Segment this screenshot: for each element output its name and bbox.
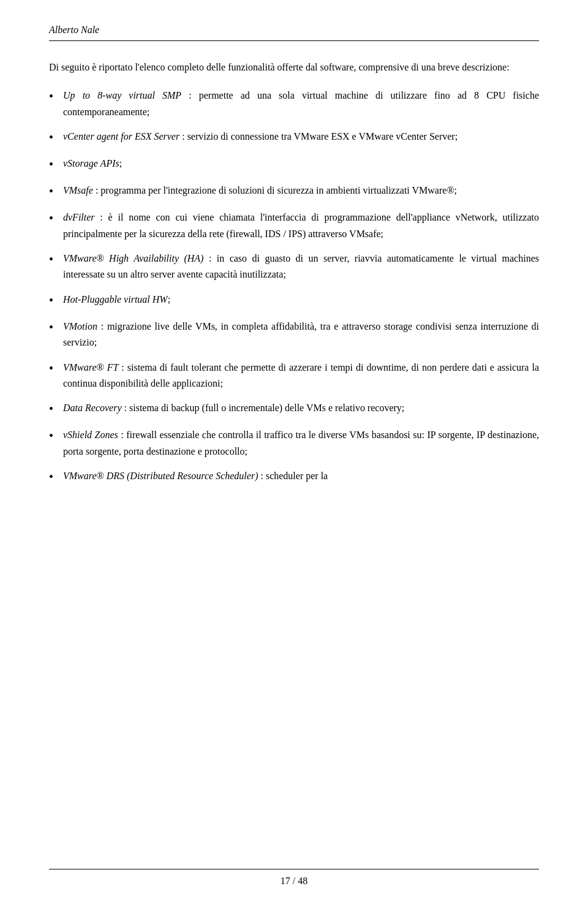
page-number: 17 / 48 <box>281 876 307 886</box>
bullet-text: VMware® FT : sistema di fault tolerant c… <box>63 360 539 392</box>
bullet-dot: • <box>49 467 53 487</box>
bullet-text: dvFilter : è il nome con cui viene chiam… <box>63 210 539 242</box>
page-container: Alberto Nale Di seguito è riportato l'el… <box>0 0 588 905</box>
bullet-dot: • <box>49 154 53 174</box>
bullet-text: vCenter agent for ESX Server : servizio … <box>63 129 539 145</box>
header-title: Alberto Nale <box>49 25 99 35</box>
term: Hot-Pluggable virtual HW <box>63 294 168 305</box>
bullet-dot: • <box>49 358 53 378</box>
bullet-text: VMware® High Availability (HA) : in caso… <box>63 251 539 283</box>
list-item: • VMware® High Availability (HA) : in ca… <box>49 251 539 283</box>
term: Up to 8-way virtual SMP <box>63 90 181 100</box>
bullet-dot: • <box>49 127 53 147</box>
term: vCenter agent for ESX Server <box>63 131 179 142</box>
term: VMotion <box>63 321 97 331</box>
term: dvFilter <box>63 212 95 222</box>
bullet-dot: • <box>49 426 53 445</box>
bullet-text: VMware® DRS (Distributed Resource Schedu… <box>63 468 539 484</box>
bullet-text: Data Recovery : sistema di backup (full … <box>63 400 539 416</box>
bullet-dot: • <box>49 249 53 269</box>
bullet-text: Up to 8-way virtual SMP : permette ad un… <box>63 88 539 120</box>
intro-paragraph: Di seguito è riportato l'elenco completo… <box>49 59 539 75</box>
term: vStorage APIs <box>63 158 119 169</box>
bullet-text: VMsafe : programma per l'integrazione di… <box>63 183 539 199</box>
list-item: • Data Recovery : sistema di backup (ful… <box>49 400 539 418</box>
bullet-dot: • <box>49 317 53 337</box>
term: vShield Zones <box>63 430 118 440</box>
list-item: • VMware® DRS (Distributed Resource Sche… <box>49 468 539 487</box>
term: VMware® FT <box>63 362 118 373</box>
list-item: • vStorage APIs; <box>49 156 539 174</box>
bullet-text: VMotion : migrazione live delle VMs, in … <box>63 319 539 351</box>
list-item: • vShield Zones : firewall essenziale ch… <box>49 427 539 460</box>
term: Data Recovery <box>63 403 122 413</box>
bullet-dot: • <box>49 181 53 201</box>
bullet-dot: • <box>49 399 53 418</box>
list-item: • VMware® FT : sistema di fault tolerant… <box>49 360 539 392</box>
bullet-text: vStorage APIs; <box>63 156 539 172</box>
bullet-text: Hot-Pluggable virtual HW; <box>63 292 539 308</box>
list-item: • dvFilter : è il nome con cui viene chi… <box>49 210 539 242</box>
bullet-dot: • <box>49 86 53 106</box>
page-header: Alberto Nale <box>49 25 539 41</box>
bullet-text: vShield Zones : firewall essenziale che … <box>63 427 539 460</box>
list-item: • Hot-Pluggable virtual HW; <box>49 292 539 310</box>
bullet-dot: • <box>49 290 53 310</box>
term: VMware® DRS (Distributed Resource Schedu… <box>63 471 258 481</box>
page-footer: 17 / 48 <box>49 869 539 887</box>
page-content: Di seguito è riportato l'elenco completo… <box>49 59 539 487</box>
list-item: • VMotion : migrazione live delle VMs, i… <box>49 319 539 351</box>
list-item: • VMsafe : programma per l'integrazione … <box>49 183 539 201</box>
bullet-dot: • <box>49 208 53 228</box>
term: VMware® High Availability (HA) <box>63 253 203 263</box>
list-item: • vCenter agent for ESX Server : servizi… <box>49 129 539 147</box>
term: VMsafe <box>63 185 93 195</box>
bullet-list: • Up to 8-way virtual SMP : permette ad … <box>49 88 539 487</box>
list-item: • Up to 8-way virtual SMP : permette ad … <box>49 88 539 120</box>
